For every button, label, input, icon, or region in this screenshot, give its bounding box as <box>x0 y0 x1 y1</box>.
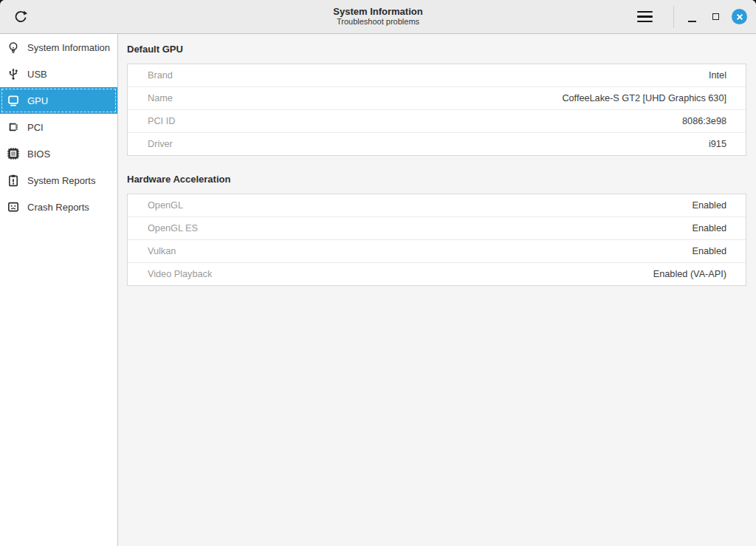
sidebar-item-system-reports[interactable]: System Reports <box>0 167 117 194</box>
usb-icon <box>7 67 20 81</box>
sidebar-item-system-information[interactable]: System Information <box>0 34 117 61</box>
info-table: Brand Intel Name CoffeeLake-S GT2 [UHD G… <box>127 64 746 156</box>
hamburger-bar <box>637 21 653 23</box>
row-label: PCI ID <box>148 116 175 126</box>
window-title: System Information <box>333 7 422 18</box>
clipboard-alert-icon <box>7 174 20 187</box>
sidebar-item-label: USB <box>27 69 47 80</box>
titlebar-controls <box>630 6 750 28</box>
close-button[interactable] <box>732 9 747 24</box>
sidebar: System Information USB GPU PCI BIOS Syst… <box>0 34 118 546</box>
window-subtitle: Troubleshoot problems <box>333 18 422 27</box>
hamburger-bar <box>637 16 653 18</box>
row-value: CoffeeLake-S GT2 [UHD Graphics 630] <box>562 93 726 103</box>
sidebar-item-gpu[interactable]: GPU <box>0 87 117 114</box>
table-row: Video Playback Enabled (VA-API) <box>128 262 746 285</box>
titlebar: System Information Troubleshoot problems <box>0 0 756 34</box>
lightbulb-icon <box>7 41 20 54</box>
system-information-window: System Information Troubleshoot problems <box>0 0 756 546</box>
titlebar-separator <box>673 6 674 28</box>
info-section: Default GPU Brand Intel Name CoffeeLake-… <box>127 44 746 156</box>
minimize-icon <box>688 21 696 22</box>
row-label: Driver <box>148 139 173 149</box>
row-value: i915 <box>709 139 726 149</box>
hamburger-menu-icon[interactable] <box>630 7 660 27</box>
info-table: OpenGL Enabled OpenGL ES Enabled Vulkan … <box>127 194 746 286</box>
row-label: OpenGL <box>148 200 183 211</box>
info-section: Hardware Acceleration OpenGL Enabled Ope… <box>127 174 746 286</box>
table-row: Name CoffeeLake-S GT2 [UHD Graphics 630] <box>128 86 746 109</box>
row-value: 8086:3e98 <box>682 116 726 126</box>
monitor-icon <box>7 94 20 107</box>
row-value: Enabled (VA-API) <box>653 269 726 279</box>
table-row: Brand Intel <box>128 64 746 86</box>
sidebar-item-label: System Information <box>27 42 110 53</box>
chip-icon <box>7 147 20 160</box>
sidebar-item-label: BIOS <box>27 149 50 160</box>
section-title: Hardware Acceleration <box>127 174 746 185</box>
crash-face-icon <box>7 200 20 214</box>
row-value: Intel <box>709 70 726 81</box>
table-row: PCI ID 8086:3e98 <box>128 109 746 132</box>
table-row: OpenGL Enabled <box>128 194 746 216</box>
table-row: Driver i915 <box>128 132 746 155</box>
sidebar-item-bios[interactable]: BIOS <box>0 140 117 167</box>
row-label: Brand <box>148 70 173 81</box>
refresh-button[interactable] <box>10 7 31 27</box>
sidebar-item-label: System Reports <box>27 175 95 186</box>
pci-card-icon <box>7 120 20 134</box>
sidebar-item-pci[interactable]: PCI <box>0 114 117 140</box>
row-label: Name <box>148 93 173 103</box>
row-label: OpenGL ES <box>148 223 198 233</box>
sidebar-item-label: PCI <box>27 122 44 133</box>
row-label: Vulkan <box>148 246 176 256</box>
sidebar-item-usb[interactable]: USB <box>0 61 117 87</box>
table-row: OpenGL ES Enabled <box>128 216 746 239</box>
sidebar-item-crash-reports[interactable]: Crash Reports <box>0 194 117 220</box>
section-title: Default GPU <box>127 44 746 55</box>
hamburger-bar <box>637 11 653 13</box>
table-row: Vulkan Enabled <box>128 239 746 262</box>
minimize-button[interactable] <box>682 7 701 27</box>
main-area: System Information USB GPU PCI BIOS Syst… <box>0 34 756 546</box>
row-value: Enabled <box>692 246 726 256</box>
row-label: Video Playback <box>148 269 212 279</box>
titlebar-text: System Information Troubleshoot problems <box>333 7 422 27</box>
refresh-icon <box>13 10 28 24</box>
row-value: Enabled <box>692 200 726 211</box>
sidebar-item-label: Crash Reports <box>27 202 89 213</box>
maximize-button[interactable] <box>706 7 725 27</box>
sidebar-item-label: GPU <box>27 95 48 106</box>
row-value: Enabled <box>692 223 726 233</box>
close-icon <box>735 13 744 21</box>
content-panel: Default GPU Brand Intel Name CoffeeLake-… <box>118 34 756 546</box>
maximize-icon <box>712 13 719 20</box>
